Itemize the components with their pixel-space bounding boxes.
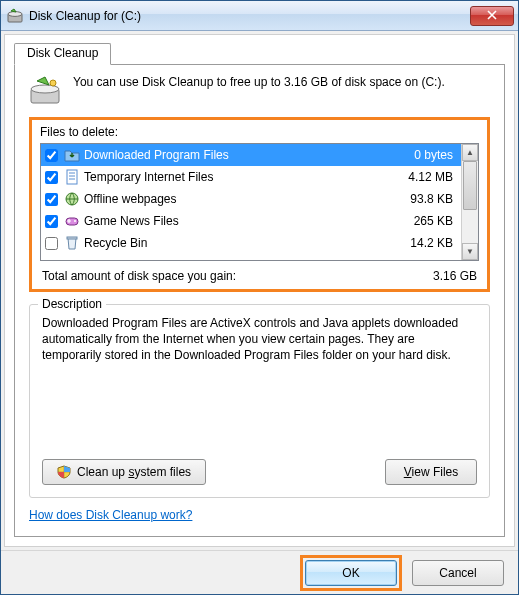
file-row[interactable]: Offline webpages93.8 KB <box>41 188 461 210</box>
app-icon <box>7 8 23 24</box>
shield-icon <box>57 465 71 479</box>
file-size: 14.2 KB <box>410 236 457 250</box>
ok-highlight: OK <box>300 555 402 591</box>
svg-point-1 <box>8 11 22 16</box>
description-legend: Description <box>38 297 106 311</box>
svg-point-3 <box>31 85 59 93</box>
description-groupbox: Description Downloaded Program Files are… <box>29 304 490 498</box>
file-row[interactable]: Downloaded Program Files0 bytes <box>41 144 461 166</box>
view-files-label: View Files <box>404 465 458 479</box>
file-type-icon <box>64 213 80 229</box>
disk-cleanup-icon <box>29 75 61 107</box>
file-checkbox[interactable] <box>45 237 58 250</box>
file-type-icon <box>64 235 80 251</box>
file-size: 265 KB <box>414 214 457 228</box>
ok-button[interactable]: OK <box>305 560 397 586</box>
tab-page: You can use Disk Cleanup to free up to 3… <box>14 64 505 537</box>
scroll-down-button[interactable]: ▼ <box>462 243 478 260</box>
file-size: 93.8 KB <box>410 192 457 206</box>
client-area: Disk Cleanup You can use Disk Cleanup to… <box>4 34 515 547</box>
total-value: 3.16 GB <box>433 269 477 283</box>
window-title: Disk Cleanup for (C:) <box>29 9 470 23</box>
file-row[interactable]: Game News Files265 KB <box>41 210 461 232</box>
close-icon <box>487 9 497 23</box>
svg-point-11 <box>74 220 76 222</box>
file-checkbox[interactable] <box>45 193 58 206</box>
titlebar: Disk Cleanup for (C:) <box>1 1 518 31</box>
description-text: Downloaded Program Files are ActiveX con… <box>42 315 477 447</box>
scroll-track[interactable] <box>462 161 478 243</box>
file-type-icon <box>64 169 80 185</box>
total-label: Total amount of disk space you gain: <box>42 269 236 283</box>
scroll-thumb[interactable] <box>463 161 477 210</box>
scroll-up-button[interactable]: ▲ <box>462 144 478 161</box>
file-name: Recycle Bin <box>84 236 406 250</box>
svg-point-4 <box>50 80 56 86</box>
files-to-delete-label: Files to delete: <box>40 125 479 139</box>
cleanup-system-files-button[interactable]: Clean up system files <box>42 459 206 485</box>
cancel-button[interactable]: Cancel <box>412 560 504 586</box>
file-name: Temporary Internet Files <box>84 170 404 184</box>
files-listbox[interactable]: Downloaded Program Files0 bytesTemporary… <box>40 143 479 261</box>
total-row: Total amount of disk space you gain: 3.1… <box>40 269 479 283</box>
file-checkbox[interactable] <box>45 149 58 162</box>
file-size: 0 bytes <box>414 148 457 162</box>
svg-rect-5 <box>67 170 77 184</box>
file-type-icon <box>64 191 80 207</box>
files-highlight: Files to delete: Downloaded Program File… <box>29 117 490 292</box>
svg-rect-12 <box>67 237 77 239</box>
file-name: Offline webpages <box>84 192 406 206</box>
file-size: 4.12 MB <box>408 170 457 184</box>
file-row[interactable]: Recycle Bin14.2 KB <box>41 232 461 254</box>
file-type-icon <box>64 147 80 163</box>
dialog-window: Disk Cleanup for (C:) Disk Cleanup You c… <box>0 0 519 595</box>
tab-disk-cleanup[interactable]: Disk Cleanup <box>14 43 111 65</box>
file-checkbox[interactable] <box>45 215 58 228</box>
file-name: Downloaded Program Files <box>84 148 410 162</box>
file-name: Game News Files <box>84 214 410 228</box>
tab-row: Disk Cleanup <box>14 42 505 64</box>
footer: OK Cancel <box>1 550 518 594</box>
intro-text: You can use Disk Cleanup to free up to 3… <box>73 75 445 107</box>
view-files-button[interactable]: View Files <box>385 459 477 485</box>
cleanup-system-files-label: Clean up system files <box>77 465 191 479</box>
intro-row: You can use Disk Cleanup to free up to 3… <box>29 75 490 107</box>
file-row[interactable]: Temporary Internet Files4.12 MB <box>41 166 461 188</box>
close-button[interactable] <box>470 6 514 26</box>
help-link[interactable]: How does Disk Cleanup work? <box>29 508 490 522</box>
scrollbar[interactable]: ▲ ▼ <box>461 144 478 260</box>
description-buttons: Clean up system files View Files <box>42 459 477 485</box>
file-checkbox[interactable] <box>45 171 58 184</box>
